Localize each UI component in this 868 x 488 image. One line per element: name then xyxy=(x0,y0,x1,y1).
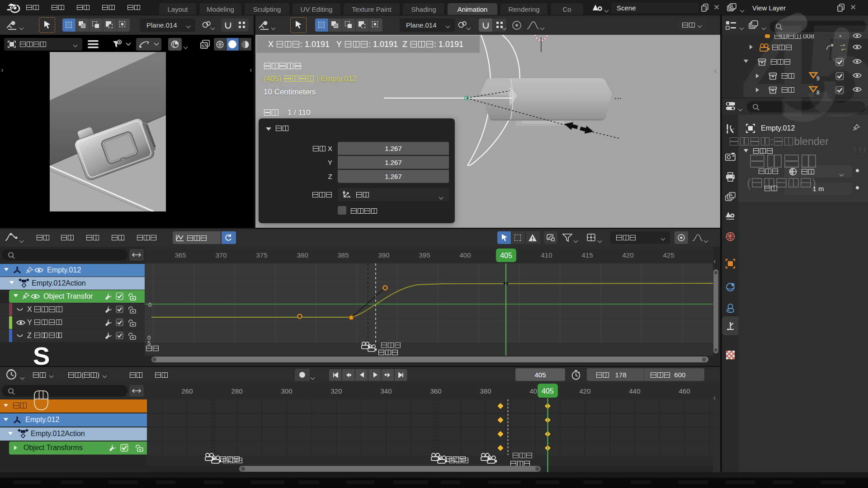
svg-text:415: 415 xyxy=(581,251,593,259)
svg-text:405: 405 xyxy=(500,252,512,259)
svg-text:390: 390 xyxy=(378,251,389,259)
svg-text:300: 300 xyxy=(281,387,292,395)
svg-text:0: 0 xyxy=(148,301,151,308)
svg-text:320: 320 xyxy=(330,387,342,395)
svg-text:395: 395 xyxy=(419,251,430,259)
svg-text:405: 405 xyxy=(542,387,554,395)
svg-text:380: 380 xyxy=(480,387,491,395)
svg-text:460: 460 xyxy=(679,387,690,395)
svg-text:280: 280 xyxy=(231,387,242,395)
svg-text:375: 375 xyxy=(256,251,267,259)
svg-text:360: 360 xyxy=(430,387,441,395)
svg-text:420: 420 xyxy=(622,251,633,259)
svg-text:385: 385 xyxy=(337,251,349,259)
svg-text:260: 260 xyxy=(181,387,193,395)
svg-text:410: 410 xyxy=(541,251,552,259)
svg-text:340: 340 xyxy=(380,387,392,395)
svg-text:380: 380 xyxy=(297,251,308,259)
svg-text:370: 370 xyxy=(215,251,226,259)
svg-text:440: 440 xyxy=(629,387,640,395)
svg-text:400: 400 xyxy=(459,251,471,259)
svg-text:420: 420 xyxy=(579,387,590,395)
svg-text:365: 365 xyxy=(175,251,186,259)
svg-text:425: 425 xyxy=(663,251,674,259)
